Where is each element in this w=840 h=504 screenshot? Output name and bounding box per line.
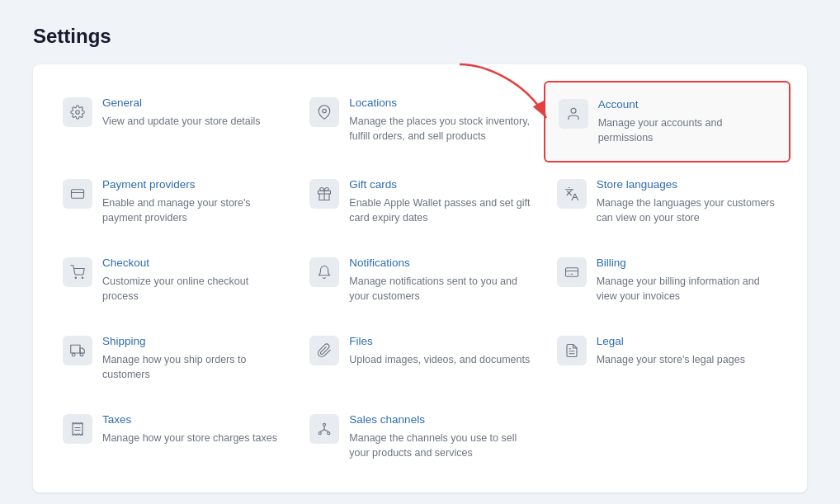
locations-title: Locations: [349, 96, 530, 111]
settings-item-checkout[interactable]: CheckoutCustomize your online checkout p…: [50, 241, 296, 319]
svg-point-3: [571, 108, 576, 113]
general-desc: View and update your store details: [102, 114, 283, 130]
person-icon: [559, 99, 588, 129]
payment-providers-title: Payment providers: [102, 177, 283, 192]
gift-icon: [309, 179, 339, 209]
nodes-icon: [309, 414, 339, 444]
settings-item-taxes[interactable]: TaxesManage how your store charges taxes: [50, 398, 296, 476]
taxes-title: Taxes: [102, 412, 283, 427]
settings-item-account[interactable]: AccountManage your accounts and permissi…: [544, 81, 790, 163]
legal-desc: Manage your store's legal pages: [597, 352, 777, 368]
svg-rect-10: [565, 268, 578, 277]
receipt-icon: [63, 414, 92, 444]
general-title: General: [102, 96, 283, 111]
settings-item-legal[interactable]: LegalManage your store's legal pages: [544, 319, 790, 398]
settings-item-payment-providers[interactable]: Payment providersEnable and manage your …: [50, 163, 296, 241]
settings-item-store-languages[interactable]: Store languagesManage the languages your…: [544, 163, 790, 241]
svg-point-9: [82, 277, 83, 279]
gift-cards-title: Gift cards: [349, 177, 530, 192]
translate-icon: [557, 179, 587, 209]
store-languages-desc: Manage the languages your customers can …: [597, 195, 777, 227]
locations-desc: Manage the places you stock inventory, f…: [349, 114, 530, 145]
svg-line-25: [324, 430, 328, 432]
legal-title: Legal: [597, 334, 777, 349]
document-icon: [557, 336, 587, 365]
truck-icon: [63, 336, 92, 365]
checkout-title: Checkout: [102, 256, 283, 271]
paperclip-icon: [309, 336, 339, 365]
files-desc: Upload images, videos, and documents: [349, 352, 530, 368]
settings-item-files[interactable]: FilesUpload images, videos, and document…: [296, 319, 543, 398]
settings-card: GeneralView and update your store detail…: [33, 64, 807, 492]
files-title: Files: [349, 334, 530, 349]
shipping-desc: Manage how you ship orders to customers: [102, 352, 283, 384]
billing-desc: Manage your billing information and view…: [597, 274, 777, 305]
dollar-icon: [557, 257, 587, 287]
checkout-desc: Customize your online checkout process: [102, 274, 283, 305]
card-icon: [63, 179, 92, 209]
taxes-desc: Manage how your store charges taxes: [102, 431, 283, 446]
gift-cards-desc: Enable Apple Wallet passes and set gift …: [349, 195, 530, 227]
settings-item-locations[interactable]: LocationsManage the places you stock inv…: [296, 81, 543, 163]
page-title: Settings: [33, 25, 807, 48]
bell-icon: [309, 257, 339, 287]
notifications-title: Notifications: [349, 256, 530, 271]
svg-point-2: [323, 109, 327, 113]
payment-providers-desc: Enable and manage your store's payment p…: [102, 195, 283, 227]
account-title: Account: [598, 97, 776, 112]
svg-marker-13: [80, 348, 84, 353]
svg-point-8: [75, 277, 77, 279]
notifications-desc: Manage notifications sent to you and you…: [349, 274, 530, 305]
gear-icon: [63, 97, 92, 127]
store-languages-title: Store languages: [597, 177, 777, 192]
settings-item-shipping[interactable]: ShippingManage how you ship orders to cu…: [50, 319, 296, 398]
settings-item-billing[interactable]: BillingManage your billing information a…: [544, 241, 790, 319]
settings-item-general[interactable]: GeneralView and update your store detail…: [50, 81, 296, 163]
cart-icon: [63, 257, 92, 287]
svg-rect-4: [72, 190, 84, 199]
svg-point-14: [72, 353, 75, 356]
pin-icon: [309, 97, 339, 127]
sales-channels-desc: Manage the channels you use to sell your…: [349, 431, 530, 462]
billing-title: Billing: [597, 256, 777, 271]
settings-item-sales-channels[interactable]: Sales channelsManage the channels you us…: [296, 398, 543, 476]
settings-item-notifications[interactable]: NotificationsManage notifications sent t…: [296, 241, 543, 319]
account-desc: Manage your accounts and permissions: [598, 115, 776, 147]
shipping-title: Shipping: [102, 334, 283, 349]
sales-channels-title: Sales channels: [349, 412, 530, 427]
settings-grid: GeneralView and update your store detail…: [50, 81, 790, 476]
svg-point-15: [80, 353, 83, 356]
svg-point-1: [76, 111, 80, 115]
settings-item-gift-cards[interactable]: Gift cardsEnable Apple Wallet passes and…: [296, 163, 543, 241]
svg-line-24: [320, 430, 324, 432]
svg-rect-12: [71, 345, 80, 353]
